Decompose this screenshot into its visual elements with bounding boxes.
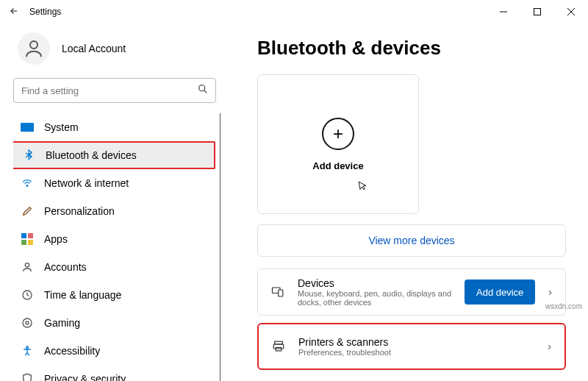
sidebar-item-gaming[interactable]: Gaming — [13, 309, 215, 337]
sidebar-item-privacy[interactable]: Privacy & security — [13, 365, 215, 381]
maximize-button[interactable] — [520, 0, 554, 24]
devices-title: Devices — [298, 277, 454, 289]
svg-line-6 — [204, 90, 207, 93]
sidebar-item-system[interactable]: System — [13, 113, 215, 141]
profile-name: Local Account — [62, 43, 126, 54]
add-device-label: Add device — [312, 160, 363, 171]
printers-scanners-row[interactable]: Printers & scanners Preferences, trouble… — [257, 323, 566, 370]
gaming-icon — [21, 316, 34, 330]
sidebar-item-bluetooth-devices[interactable]: Bluetooth & devices — [13, 141, 215, 169]
cursor-icon — [356, 178, 369, 195]
clock-icon — [21, 288, 34, 302]
svg-rect-12 — [28, 240, 33, 245]
svg-point-17 — [26, 346, 29, 349]
svg-rect-19 — [279, 290, 283, 296]
sidebar-item-personalization[interactable]: Personalization — [13, 197, 215, 225]
printers-subtitle: Preferences, troubleshoot — [298, 348, 534, 357]
add-device-card[interactable]: + Add device — [257, 74, 419, 214]
sidebar-item-apps[interactable]: Apps — [13, 225, 215, 253]
window-title: Settings — [29, 7, 61, 17]
svg-rect-22 — [276, 348, 282, 352]
svg-rect-11 — [21, 240, 26, 245]
devices-icon — [268, 282, 287, 302]
view-more-devices-button[interactable]: View more devices — [257, 224, 566, 257]
chevron-right-icon: › — [545, 286, 555, 298]
search-input[interactable] — [13, 78, 216, 103]
system-icon — [21, 121, 34, 134]
svg-rect-1 — [534, 9, 541, 15]
sidebar-item-accounts[interactable]: Accounts — [13, 253, 215, 281]
svg-point-4 — [30, 41, 37, 49]
svg-rect-9 — [21, 233, 26, 238]
accounts-icon — [21, 260, 34, 274]
nav-label: Bluetooth & devices — [46, 149, 137, 161]
apps-icon — [21, 232, 34, 246]
nav-label: System — [44, 121, 79, 133]
page-title: Bluetooth & devices — [257, 37, 566, 60]
brush-icon — [21, 204, 34, 218]
profile-block[interactable]: Local Account — [18, 32, 220, 65]
main-content: Bluetooth & devices + Add device View mo… — [228, 24, 588, 381]
nav-label: Apps — [44, 233, 68, 245]
avatar-icon — [18, 32, 50, 65]
nav-label: Personalization — [44, 205, 115, 217]
bluetooth-icon — [22, 149, 35, 162]
svg-point-5 — [199, 85, 205, 91]
sidebar: Local Account System Bluetooth & devices — [0, 24, 228, 381]
sidebar-item-accessibility[interactable]: Accessibility — [13, 337, 215, 365]
nav-label: Gaming — [44, 317, 80, 329]
svg-rect-21 — [273, 344, 284, 349]
watermark: wsxdn.com — [545, 302, 582, 310]
nav-label: Accessibility — [44, 345, 100, 357]
add-device-button[interactable]: Add device — [465, 279, 535, 305]
devices-subtitle: Mouse, keyboard, pen, audio, displays an… — [298, 289, 454, 307]
svg-point-16 — [26, 321, 29, 324]
sidebar-item-network[interactable]: Network & internet — [13, 169, 215, 197]
search-box[interactable] — [13, 78, 216, 103]
printer-icon — [269, 337, 288, 356]
chevron-right-icon: › — [545, 341, 554, 352]
sidebar-item-time-language[interactable]: Time & language — [13, 281, 215, 309]
search-icon — [197, 83, 209, 98]
nav-label: Time & language — [44, 289, 121, 301]
plus-icon: + — [322, 118, 354, 150]
nav-label: Network & internet — [44, 177, 129, 189]
wifi-icon — [21, 177, 34, 190]
nav-list: System Bluetooth & devices Network & int… — [13, 113, 220, 381]
nav-label: Accounts — [44, 261, 87, 273]
accessibility-icon — [21, 344, 34, 357]
devices-row[interactable]: Devices Mouse, keyboard, pen, audio, dis… — [257, 268, 566, 316]
minimize-button[interactable] — [487, 0, 520, 24]
svg-point-8 — [26, 185, 28, 187]
svg-rect-10 — [28, 233, 33, 238]
close-button[interactable] — [554, 0, 588, 24]
view-more-label: View more devices — [368, 235, 454, 246]
svg-rect-7 — [21, 123, 34, 132]
printers-title: Printers & scanners — [298, 336, 534, 348]
shield-icon — [21, 372, 34, 381]
svg-point-13 — [25, 263, 29, 267]
back-button[interactable] — [9, 6, 19, 18]
svg-point-15 — [23, 318, 32, 327]
nav-label: Privacy & security — [44, 373, 126, 381]
titlebar: Settings — [0, 0, 588, 24]
